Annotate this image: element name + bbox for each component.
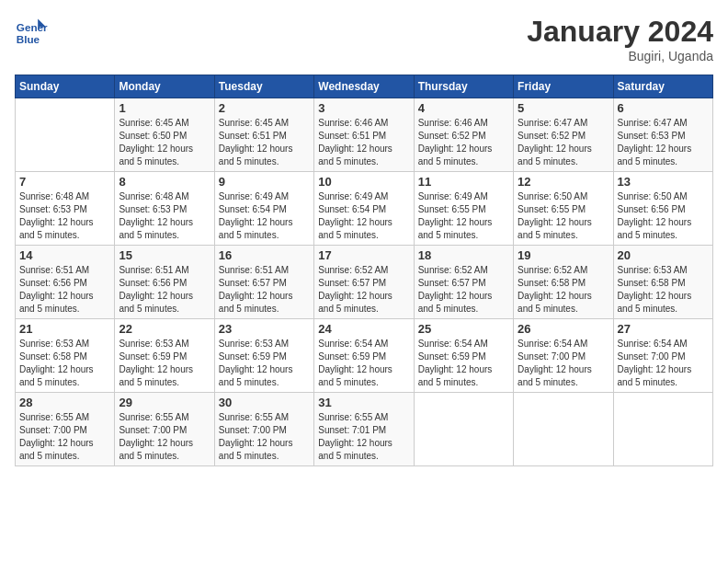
month-title: January 2024	[527, 15, 713, 49]
day-info: Sunrise: 6:50 AM Sunset: 6:56 PM Dayligh…	[618, 190, 709, 242]
day-number: 2	[219, 101, 310, 115]
day-number: 7	[19, 175, 110, 189]
calendar-cell	[613, 393, 712, 466]
calendar-week-row: 1Sunrise: 6:45 AM Sunset: 6:50 PM Daylig…	[16, 98, 713, 172]
day-header-monday: Monday	[115, 75, 214, 98]
day-info: Sunrise: 6:49 AM Sunset: 6:54 PM Dayligh…	[219, 190, 310, 242]
calendar-cell: 7Sunrise: 6:48 AM Sunset: 6:53 PM Daylig…	[16, 172, 115, 246]
day-number: 6	[618, 101, 709, 115]
day-header-tuesday: Tuesday	[214, 75, 313, 98]
calendar-cell: 1Sunrise: 6:45 AM Sunset: 6:50 PM Daylig…	[115, 98, 214, 172]
calendar-cell: 11Sunrise: 6:49 AM Sunset: 6:55 PM Dayli…	[414, 172, 513, 246]
day-info: Sunrise: 6:51 AM Sunset: 6:57 PM Dayligh…	[219, 264, 310, 316]
calendar-week-row: 21Sunrise: 6:53 AM Sunset: 6:58 PM Dayli…	[16, 319, 713, 393]
day-info: Sunrise: 6:52 AM Sunset: 6:58 PM Dayligh…	[518, 264, 609, 316]
calendar-cell: 19Sunrise: 6:52 AM Sunset: 6:58 PM Dayli…	[514, 246, 613, 319]
calendar-cell	[16, 98, 115, 172]
calendar-cell: 8Sunrise: 6:48 AM Sunset: 6:53 PM Daylig…	[115, 172, 214, 246]
day-number: 12	[518, 175, 609, 189]
day-info: Sunrise: 6:51 AM Sunset: 6:56 PM Dayligh…	[119, 264, 210, 316]
day-number: 29	[119, 396, 210, 409]
day-info: Sunrise: 6:55 AM Sunset: 7:00 PM Dayligh…	[19, 411, 110, 463]
day-info: Sunrise: 6:52 AM Sunset: 6:57 PM Dayligh…	[418, 264, 509, 316]
day-header-friday: Friday	[514, 75, 613, 98]
calendar-table: SundayMondayTuesdayWednesdayThursdayFrid…	[15, 75, 713, 466]
calendar-cell: 15Sunrise: 6:51 AM Sunset: 6:56 PM Dayli…	[115, 246, 214, 319]
day-info: Sunrise: 6:55 AM Sunset: 7:01 PM Dayligh…	[318, 411, 409, 463]
logo: General Blue	[15, 15, 48, 48]
calendar-header-row: SundayMondayTuesdayWednesdayThursdayFrid…	[16, 75, 713, 98]
day-number: 31	[318, 396, 409, 409]
calendar-cell: 12Sunrise: 6:50 AM Sunset: 6:55 PM Dayli…	[514, 172, 613, 246]
day-info: Sunrise: 6:45 AM Sunset: 6:51 PM Dayligh…	[219, 117, 310, 168]
day-header-sunday: Sunday	[16, 75, 115, 98]
day-number: 14	[19, 248, 110, 262]
calendar-week-row: 7Sunrise: 6:48 AM Sunset: 6:53 PM Daylig…	[16, 172, 713, 246]
day-number: 5	[518, 101, 609, 115]
calendar-cell: 29Sunrise: 6:55 AM Sunset: 7:00 PM Dayli…	[115, 393, 214, 466]
day-number: 17	[318, 248, 409, 262]
calendar-body: 1Sunrise: 6:45 AM Sunset: 6:50 PM Daylig…	[16, 98, 713, 466]
calendar-cell: 21Sunrise: 6:53 AM Sunset: 6:58 PM Dayli…	[16, 319, 115, 393]
day-number: 9	[219, 175, 310, 189]
svg-text:Blue: Blue	[17, 33, 40, 45]
day-info: Sunrise: 6:45 AM Sunset: 6:50 PM Dayligh…	[119, 117, 210, 168]
calendar-cell: 10Sunrise: 6:49 AM Sunset: 6:54 PM Dayli…	[314, 172, 414, 246]
day-info: Sunrise: 6:46 AM Sunset: 6:51 PM Dayligh…	[318, 117, 409, 168]
day-number: 20	[618, 248, 709, 262]
day-info: Sunrise: 6:53 AM Sunset: 6:58 PM Dayligh…	[618, 264, 709, 316]
day-info: Sunrise: 6:54 AM Sunset: 6:59 PM Dayligh…	[418, 338, 509, 389]
day-number: 27	[618, 322, 709, 336]
day-info: Sunrise: 6:49 AM Sunset: 6:55 PM Dayligh…	[418, 190, 509, 242]
day-number: 16	[219, 248, 310, 262]
day-info: Sunrise: 6:53 AM Sunset: 6:59 PM Dayligh…	[119, 338, 210, 389]
day-info: Sunrise: 6:51 AM Sunset: 6:56 PM Dayligh…	[19, 264, 110, 316]
day-info: Sunrise: 6:48 AM Sunset: 6:53 PM Dayligh…	[119, 190, 210, 242]
day-info: Sunrise: 6:47 AM Sunset: 6:52 PM Dayligh…	[518, 117, 609, 168]
day-number: 11	[418, 175, 509, 189]
calendar-cell	[414, 393, 513, 466]
day-number: 22	[119, 322, 210, 336]
title-block: January 2024 Bugiri, Uganda	[527, 15, 713, 63]
calendar-cell: 26Sunrise: 6:54 AM Sunset: 7:00 PM Dayli…	[514, 319, 613, 393]
day-number: 21	[19, 322, 110, 336]
day-info: Sunrise: 6:50 AM Sunset: 6:55 PM Dayligh…	[518, 190, 609, 242]
calendar-cell: 14Sunrise: 6:51 AM Sunset: 6:56 PM Dayli…	[16, 246, 115, 319]
calendar-cell: 5Sunrise: 6:47 AM Sunset: 6:52 PM Daylig…	[514, 98, 613, 172]
calendar-cell: 17Sunrise: 6:52 AM Sunset: 6:57 PM Dayli…	[314, 246, 414, 319]
day-number: 19	[518, 248, 609, 262]
calendar-cell: 23Sunrise: 6:53 AM Sunset: 6:59 PM Dayli…	[214, 319, 313, 393]
calendar-week-row: 28Sunrise: 6:55 AM Sunset: 7:00 PM Dayli…	[16, 393, 713, 466]
day-info: Sunrise: 6:55 AM Sunset: 7:00 PM Dayligh…	[219, 411, 310, 463]
location: Bugiri, Uganda	[527, 49, 713, 63]
day-header-saturday: Saturday	[613, 75, 712, 98]
day-number: 28	[19, 396, 110, 409]
day-number: 3	[318, 101, 409, 115]
calendar-cell: 25Sunrise: 6:54 AM Sunset: 6:59 PM Dayli…	[414, 319, 513, 393]
day-info: Sunrise: 6:55 AM Sunset: 7:00 PM Dayligh…	[119, 411, 210, 463]
day-info: Sunrise: 6:53 AM Sunset: 6:58 PM Dayligh…	[19, 338, 110, 389]
calendar-cell: 2Sunrise: 6:45 AM Sunset: 6:51 PM Daylig…	[214, 98, 313, 172]
day-number: 26	[518, 322, 609, 336]
day-header-thursday: Thursday	[414, 75, 513, 98]
day-number: 13	[618, 175, 709, 189]
logo-icon: General Blue	[15, 15, 48, 48]
calendar-cell: 28Sunrise: 6:55 AM Sunset: 7:00 PM Dayli…	[16, 393, 115, 466]
day-info: Sunrise: 6:53 AM Sunset: 6:59 PM Dayligh…	[219, 338, 310, 389]
calendar-cell: 31Sunrise: 6:55 AM Sunset: 7:01 PM Dayli…	[314, 393, 414, 466]
calendar-cell: 30Sunrise: 6:55 AM Sunset: 7:00 PM Dayli…	[214, 393, 313, 466]
calendar-cell: 18Sunrise: 6:52 AM Sunset: 6:57 PM Dayli…	[414, 246, 513, 319]
day-number: 1	[119, 101, 210, 115]
day-info: Sunrise: 6:54 AM Sunset: 7:00 PM Dayligh…	[518, 338, 609, 389]
calendar-cell: 9Sunrise: 6:49 AM Sunset: 6:54 PM Daylig…	[214, 172, 313, 246]
day-number: 24	[318, 322, 409, 336]
page-header: General Blue January 2024 Bugiri, Uganda	[15, 15, 713, 63]
day-info: Sunrise: 6:54 AM Sunset: 7:00 PM Dayligh…	[618, 338, 709, 389]
calendar-cell: 22Sunrise: 6:53 AM Sunset: 6:59 PM Dayli…	[115, 319, 214, 393]
day-info: Sunrise: 6:48 AM Sunset: 6:53 PM Dayligh…	[19, 190, 110, 242]
day-number: 10	[318, 175, 409, 189]
day-info: Sunrise: 6:47 AM Sunset: 6:53 PM Dayligh…	[618, 117, 709, 168]
day-number: 30	[219, 396, 310, 409]
calendar-cell: 24Sunrise: 6:54 AM Sunset: 6:59 PM Dayli…	[314, 319, 414, 393]
day-number: 25	[418, 322, 509, 336]
